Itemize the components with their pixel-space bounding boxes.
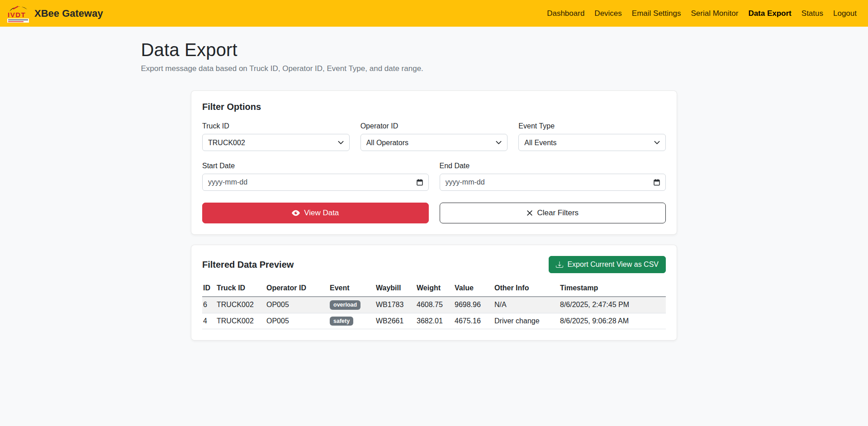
export-csv-button[interactable]: Export Current View as CSV	[549, 256, 666, 273]
nav-link-devices[interactable]: Devices	[589, 5, 626, 22]
clear-filters-button[interactable]: Clear Filters	[440, 203, 666, 223]
cell-value: 4675.16	[454, 313, 493, 329]
nav-link-data-export[interactable]: Data Export	[743, 5, 796, 22]
col-header-truck-id: Truck ID	[216, 283, 266, 297]
cell-weight: 4608.75	[416, 297, 454, 313]
col-header-timestamp: Timestamp	[559, 283, 666, 297]
cell-value: 9698.96	[454, 297, 493, 313]
cell-other-info: N/A	[493, 297, 559, 313]
top-navbar: IVDT XBee Gateway Dashboard Devices Emai…	[0, 0, 868, 27]
start-date-input[interactable]	[202, 174, 429, 191]
filtered-data-preview-card: Filtered Data Preview Export Current Vie…	[191, 245, 677, 341]
col-header-id: ID	[202, 283, 216, 297]
nav-link-email-settings[interactable]: Email Settings	[627, 5, 686, 22]
page-header: Data Export Export message data based on…	[136, 27, 733, 73]
end-date-input[interactable]	[440, 174, 666, 191]
nav-link-serial-monitor[interactable]: Serial Monitor	[686, 5, 744, 22]
filter-options-heading: Filter Options	[202, 102, 666, 112]
filter-date-row: Start Date End Date	[202, 162, 666, 191]
cell-timestamp: 8/6/2025, 2:47:45 PM	[559, 297, 666, 313]
table-row: 4 TRUCK002 OP005 safety WB2661 3682.01 4…	[202, 313, 666, 329]
cell-id: 4	[202, 313, 216, 329]
cell-timestamp: 8/6/2025, 9:06:28 AM	[559, 313, 666, 329]
cell-weight: 3682.01	[416, 313, 454, 329]
event-type-select[interactable]: All Events	[518, 134, 666, 151]
download-icon	[556, 261, 563, 268]
truck-id-label: Truck ID	[202, 122, 350, 130]
truck-id-field: Truck ID TRUCK002	[202, 122, 350, 151]
col-header-operator-id: Operator ID	[266, 283, 329, 297]
eye-icon	[292, 209, 300, 217]
view-data-label: View Data	[304, 208, 339, 218]
filter-options-card: Filter Options Truck ID TRUCK002 Operato…	[191, 90, 677, 235]
event-type-label: Event Type	[518, 122, 666, 130]
brand-title: XBee Gateway	[34, 8, 103, 19]
operator-id-field: Operator ID All Operators	[360, 122, 508, 151]
cell-event: overload	[329, 297, 375, 313]
operator-id-select[interactable]: All Operators	[360, 134, 508, 151]
cell-operator-id: OP005	[266, 297, 329, 313]
start-date-field: Start Date	[202, 162, 429, 191]
col-header-waybill: Waybill	[375, 283, 416, 297]
cell-operator-id: OP005	[266, 313, 329, 329]
filter-buttons-row: View Data Clear Filters	[202, 203, 666, 223]
clear-filters-label: Clear Filters	[537, 208, 579, 218]
table-row: 6 TRUCK002 OP005 overload WB1783 4608.75…	[202, 297, 666, 313]
nav-link-logout[interactable]: Logout	[828, 5, 862, 22]
cell-other-info: Driver change	[493, 313, 559, 329]
export-csv-label: Export Current View as CSV	[567, 260, 659, 269]
event-badge: overload	[330, 300, 360, 310]
view-data-button[interactable]: View Data	[202, 203, 429, 223]
preview-header: Filtered Data Preview Export Current Vie…	[202, 256, 666, 273]
navbar-brand[interactable]: IVDT XBee Gateway	[6, 4, 103, 23]
end-date-label: End Date	[440, 162, 666, 170]
col-header-weight: Weight	[416, 283, 454, 297]
start-date-label: Start Date	[202, 162, 429, 170]
cell-waybill: WB2661	[375, 313, 416, 329]
event-badge: safety	[330, 317, 353, 326]
operator-id-label: Operator ID	[360, 122, 508, 130]
cell-waybill: WB1783	[375, 297, 416, 313]
cell-truck-id: TRUCK002	[216, 297, 266, 313]
nav-link-status[interactable]: Status	[797, 5, 828, 22]
cell-truck-id: TRUCK002	[216, 313, 266, 329]
nav-link-dashboard[interactable]: Dashboard	[542, 5, 589, 22]
col-header-value: Value	[454, 283, 493, 297]
truck-id-select[interactable]: TRUCK002	[202, 134, 350, 151]
event-type-field: Event Type All Events	[518, 122, 666, 151]
cell-id: 6	[202, 297, 216, 313]
end-date-field: End Date	[440, 162, 666, 191]
svg-text:IVDT: IVDT	[8, 11, 26, 19]
filter-select-row: Truck ID TRUCK002 Operator ID All Operat…	[202, 122, 666, 151]
preview-heading: Filtered Data Preview	[202, 260, 294, 270]
navbar-links: Dashboard Devices Email Settings Serial …	[542, 5, 862, 22]
ivdt-logo-icon: IVDT	[6, 4, 30, 23]
col-header-event: Event	[329, 283, 375, 297]
col-header-other-info: Other Info	[493, 283, 559, 297]
table-header-row: ID Truck ID Operator ID Event Waybill We…	[202, 283, 666, 297]
cell-event: safety	[329, 313, 375, 329]
filtered-data-table: ID Truck ID Operator ID Event Waybill We…	[202, 283, 666, 329]
x-icon	[526, 210, 533, 216]
page-title: Data Export	[141, 40, 727, 60]
page-subtitle: Export message data based on Truck ID, O…	[141, 64, 727, 73]
